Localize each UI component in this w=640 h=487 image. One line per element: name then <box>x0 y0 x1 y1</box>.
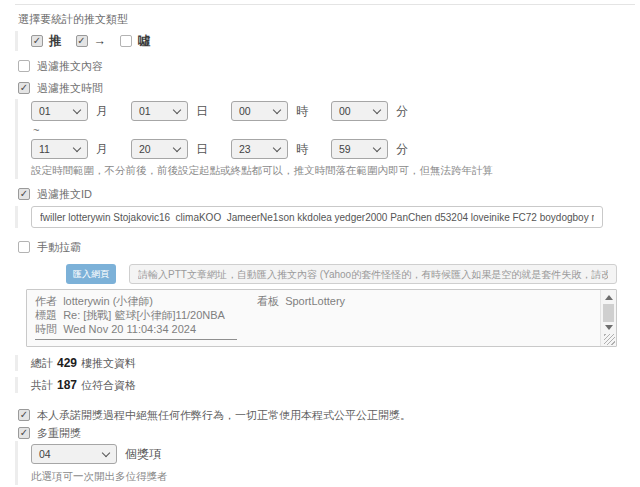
ptt-url-input[interactable] <box>129 264 617 284</box>
push-option[interactable]: 推 <box>31 33 62 50</box>
filter-id-checkbox[interactable] <box>18 188 30 200</box>
arrow-checkbox[interactable] <box>76 35 88 47</box>
scroll-down-icon[interactable] <box>605 325 613 330</box>
article-board-label: 看板 <box>257 295 279 307</box>
boo-option[interactable]: 噓 <box>120 33 151 50</box>
start-minute-select[interactable]: 00 <box>331 101 388 121</box>
hour-unit-label: 時 <box>296 103 308 120</box>
chevron-down-icon <box>273 143 281 151</box>
qualified-stat: 共計187位符合資格 <box>15 377 640 393</box>
filter-content-label: 過濾推文內容 <box>37 59 103 74</box>
minute-unit-label: 分 <box>396 141 408 158</box>
import-url-button[interactable]: 匯入網頁 <box>66 264 116 284</box>
chevron-down-icon <box>102 448 110 456</box>
arrow-label: → <box>94 34 107 48</box>
push-type-options: 推 → 噓 <box>15 31 640 51</box>
article-time-label: 時間 <box>35 323 57 335</box>
multi-draw-row[interactable]: 多重開獎 <box>18 426 640 440</box>
filter-id-row[interactable]: 過濾推文ID <box>18 187 640 201</box>
pledge-row[interactable]: 本人承諾開獎過程中絕無任何作弊行為，一切正常使用本程式公平公正開獎。 <box>18 408 640 422</box>
chevron-down-icon <box>173 105 181 113</box>
article-title-label: 標題 <box>35 309 57 321</box>
article-title: Re: [挑戰] 籃球[小律師]11/20NBA <box>63 309 225 321</box>
time-start-row: 01 月 01 日 00 時 00 分 <box>31 101 640 121</box>
multi-draw-label: 多重開獎 <box>37 426 81 441</box>
article-author-label: 作者 <box>35 295 57 307</box>
multi-draw-checkbox[interactable] <box>18 427 30 439</box>
time-range-block: 01 月 01 日 00 時 00 分 ~ 11 月 20 <box>15 99 640 179</box>
filter-id-label: 過濾推文ID <box>37 187 92 202</box>
range-separator: ~ <box>33 124 640 136</box>
end-hour-select[interactable]: 23 <box>231 139 288 159</box>
article-content: 作者 lotterywin (小律師)看板 SportLottery 標題 Re… <box>27 290 616 340</box>
hour-unit-label: 時 <box>296 141 308 158</box>
qualified-count: 187 <box>57 378 77 392</box>
day-unit-label: 日 <box>196 103 208 120</box>
prize-count-select[interactable]: 04 <box>31 444 117 464</box>
filter-time-label: 過濾推文時間 <box>37 81 103 96</box>
multi-draw-block: 04 個獎項 此選項可一次開出多位得獎者 <box>15 441 640 485</box>
chevron-down-icon <box>373 143 381 151</box>
pledge-label: 本人承諾開獎過程中絕無任何作弊行為，一切正常使用本程式公平公正開獎。 <box>37 408 411 423</box>
chevron-down-icon <box>173 143 181 151</box>
chevron-down-icon <box>273 105 281 113</box>
id-filter-input[interactable] <box>31 206 603 228</box>
id-filter-block <box>15 206 640 228</box>
article-separator <box>35 339 237 340</box>
day-unit-label: 日 <box>196 141 208 158</box>
multi-draw-note: 此選項可一次開出多位得獎者 <box>31 470 640 483</box>
manual-slot-row[interactable]: 手動拉霸 <box>18 240 640 254</box>
article-textarea[interactable]: 作者 lotterywin (小律師)看板 SportLottery 標題 Re… <box>26 289 617 347</box>
scroll-up-icon[interactable] <box>605 295 613 300</box>
import-row: 匯入網頁 <box>66 264 640 284</box>
push-label: 推 <box>49 33 62 50</box>
prize-count-unit: 個獎項 <box>125 446 161 463</box>
minute-unit-label: 分 <box>396 103 408 120</box>
month-unit-label: 月 <box>96 103 108 120</box>
article-board: SportLottery <box>285 295 345 307</box>
resize-handle-icon[interactable] <box>604 334 615 345</box>
filter-time-checkbox[interactable] <box>18 82 30 94</box>
start-month-select[interactable]: 01 <box>31 101 88 121</box>
chevron-down-icon <box>373 105 381 113</box>
lottery-tool-page: 選擇要統計的推文類型 推 → 噓 過濾推文內容 過濾推文時間 01 月 01 <box>0 4 640 487</box>
scrollbar-thumb[interactable] <box>603 304 614 322</box>
end-day-select[interactable]: 20 <box>131 139 188 159</box>
filter-content-checkbox[interactable] <box>18 60 30 72</box>
top-divider <box>15 4 635 5</box>
time-range-note: 設定時間範圍，不分前後，前後設定起點或終點都可以，推文時間落在範圍內即可，但無法… <box>31 164 640 177</box>
filter-content-row[interactable]: 過濾推文內容 <box>18 59 640 73</box>
end-month-select[interactable]: 11 <box>31 139 88 159</box>
arrow-option[interactable]: → <box>76 34 107 48</box>
end-minute-select[interactable]: 59 <box>331 139 388 159</box>
article-author: lotterywin (小律師) <box>63 295 153 307</box>
chevron-down-icon <box>73 143 81 151</box>
manual-slot-label: 手動拉霸 <box>37 240 81 255</box>
article-time: Wed Nov 20 11:04:34 2024 <box>63 323 196 335</box>
push-checkbox[interactable] <box>31 35 43 47</box>
total-pushes-count: 429 <box>57 356 77 370</box>
start-day-select[interactable]: 01 <box>131 101 188 121</box>
time-end-row: 11 月 20 日 23 時 59 分 <box>31 139 640 159</box>
total-pushes-stat: 總計429樓推文資料 <box>15 355 640 371</box>
pledge-checkbox[interactable] <box>18 409 30 421</box>
manual-slot-checkbox[interactable] <box>18 241 30 253</box>
boo-checkbox[interactable] <box>120 35 132 47</box>
boo-label: 噓 <box>138 33 151 50</box>
chevron-down-icon <box>73 105 81 113</box>
filter-time-row[interactable]: 過濾推文時間 <box>18 81 640 95</box>
start-hour-select[interactable]: 00 <box>231 101 288 121</box>
push-type-section-label: 選擇要統計的推文類型 <box>18 12 640 27</box>
month-unit-label: 月 <box>96 141 108 158</box>
